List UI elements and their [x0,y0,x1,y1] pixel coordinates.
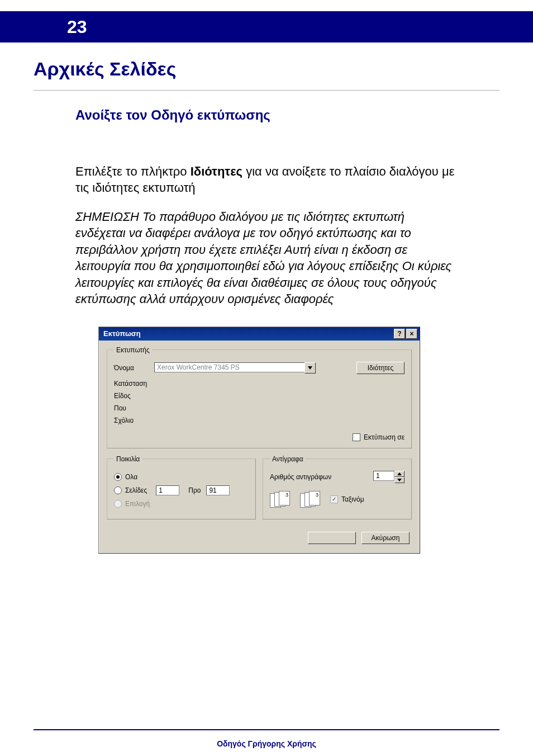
copies-spin-up[interactable] [394,471,404,477]
body-paragraph-pre: Επιλέξτε το πλήκτρο [75,164,191,178]
range-pages-radio[interactable] [114,486,122,494]
copies-group: Αντίγραφα Αριθμός αντιγράφων [263,455,412,519]
collate-preview-a: 1 2 3 [270,491,292,508]
section-title: Ανοίξτε τον Οδηγό εκτύπωσης [75,107,533,123]
print-to-file-checkbox[interactable] [353,433,360,441]
range-all-label: Ολα [125,473,137,481]
type-label: Είδος [114,392,154,400]
collate-checkbox[interactable] [330,495,338,503]
copies-count-input[interactable] [373,471,394,481]
status-label: Κατάσταση [114,380,154,388]
note-paragraph: ΣΗΜΕΙΩΣΗ Το παράθυρο διαλόγου με τις ιδι… [75,209,458,308]
dialog-title: Εκτύπωση [103,329,393,338]
help-icon: ? [397,330,401,338]
printer-legend: Εκτυπωτής [114,346,152,354]
print-dialog: Εκτύπωση ? × Εκτυπωτής Όνομα Ιδιότητες [98,327,420,554]
printer-name-dropdown-button[interactable] [304,362,316,374]
divider-top [34,90,499,91]
close-button[interactable]: × [406,329,417,339]
range-legend: Ποικιλία [114,455,142,463]
range-group: Ποικιλία Ολα Σελίδες Προ Επιλ [107,455,256,519]
chevron-down-icon [308,366,312,370]
body-paragraph: Επιλέξτε το πλήκτρο Ιδιότητες για να ανο… [75,163,458,196]
caret-down-icon [397,479,402,481]
copies-spin-down[interactable] [394,477,404,483]
collate-label: Ταξινόμ [341,495,364,503]
close-icon: × [410,330,413,338]
chapter-band: 23 [0,11,533,42]
copies-count-label: Αριθμός αντιγράφων [270,473,331,481]
chapter-title: Αρχικές Σελίδες [34,58,533,80]
body-paragraph-strong: Ιδιότητες [191,164,242,178]
range-pages-label: Σελίδες [125,486,147,494]
footer-text: Οδηγός Γρήγορης Χρήσης [0,739,533,748]
range-all-radio[interactable] [114,473,122,481]
range-selection-label: Επιλογή [125,500,150,508]
svg-marker-2 [397,479,402,481]
comment-label: Σχόλιο [114,417,154,424]
collate-sheet: 3 [309,491,320,505]
ok-button[interactable] [308,532,356,544]
caret-up-icon [397,472,402,475]
printer-name-combo[interactable] [154,362,305,372]
collate-preview-b: 1 2 3 [300,491,322,508]
range-to-input[interactable] [206,485,230,495]
page-number: 23 [67,17,87,37]
print-to-file-label: Εκτύπωση σε [364,433,404,441]
range-to-label: Προ [188,486,201,494]
range-selection-radio [114,500,122,508]
divider-bottom [34,729,499,730]
dialog-titlebar: Εκτύπωση ? × [99,327,420,341]
collate-sheet: 3 [279,491,290,505]
svg-marker-1 [397,472,402,475]
help-button[interactable]: ? [394,329,405,339]
cancel-button[interactable]: Ακύρωση [361,532,410,544]
name-label: Όνομα [114,364,154,372]
svg-marker-0 [308,366,312,370]
copies-legend: Αντίγραφα [270,455,306,463]
properties-button[interactable]: Ιδιότητες [356,362,404,374]
range-from-input[interactable] [156,485,179,495]
printer-group: Εκτυπωτής Όνομα Ιδιότητες Κατάσταση Είδο… [107,346,412,448]
where-label: Που [114,404,154,412]
